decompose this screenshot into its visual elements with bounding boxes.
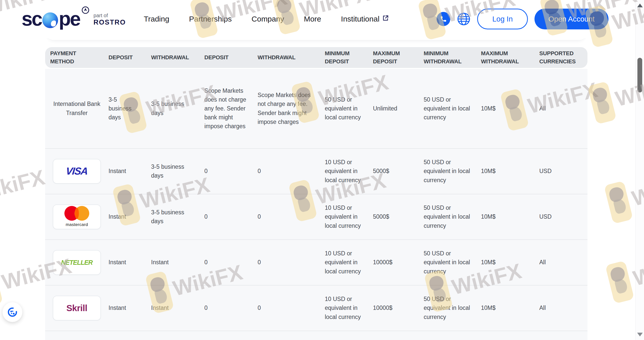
payment-method-label: International Bank Transfer: [48, 100, 106, 117]
table-cell: USD: [539, 208, 587, 226]
nav-item-company[interactable]: Company: [252, 15, 284, 23]
table-cell: Instant: [151, 299, 204, 317]
table-cell: Instant: [109, 299, 151, 317]
table-cell: 0: [204, 162, 258, 180]
table-cell: 10M$: [481, 100, 539, 118]
neteller-wordmark: NETELLER: [61, 258, 93, 267]
column-header: MAXIMUM WITHDRAWAL: [481, 49, 539, 66]
table-cell: 0: [258, 253, 325, 271]
visa-logo: VISA: [53, 159, 101, 184]
table-row: NETELLERInstantInstant0010 USD or equiva…: [45, 240, 587, 286]
table-cell: Instant: [109, 208, 151, 226]
visa-wordmark: VISA: [65, 163, 88, 179]
table-cell: 10M$: [481, 162, 539, 180]
column-header: MAXIMUM DEPOSIT: [373, 49, 424, 66]
nav-links: Trading Partnerships Company More Instit…: [144, 0, 389, 38]
cookie-settings-button[interactable]: [3, 302, 22, 322]
table-cell: 0: [258, 208, 325, 226]
mastercard-logo: mastercard: [53, 204, 101, 229]
mastercard-mark: mastercard: [64, 206, 89, 228]
table-cell: Unlimited: [373, 100, 424, 118]
wikifx-watermark: WikiFX: [0, 158, 49, 219]
table-cell: 10M$: [481, 208, 539, 226]
table-row: SkrillInstantInstant0010 USD or equivale…: [45, 286, 587, 331]
table-cell: 50 USD or equivalent in local currency: [424, 290, 481, 326]
column-header: WITHDRAWAL: [258, 53, 325, 62]
nav-item-institutional-label: Institutional: [341, 15, 380, 23]
wikifx-watermark-text: WikiFX: [0, 165, 47, 206]
table-cell: Scope Markets does not charge any fee. S…: [258, 86, 325, 131]
skrill-wordmark: Skrill: [66, 301, 87, 315]
rostro-lockup: part of ROSTRO: [94, 13, 126, 26]
table-cell: All: [539, 100, 587, 118]
table-cell: 50 USD or equivalent in local currency: [424, 199, 481, 235]
table-cell: 10 USD or equivalent in local currency: [325, 244, 373, 280]
phone-contact-button[interactable]: [437, 12, 450, 26]
login-button[interactable]: Log In: [477, 9, 528, 29]
table-cell: 0: [204, 208, 258, 226]
table-cell: 10M$: [481, 253, 539, 271]
nav-item-trading[interactable]: Trading: [144, 15, 169, 23]
table-cell: 5000$: [373, 208, 424, 226]
skrill-logo: Skrill: [53, 296, 101, 320]
logo-pe: pe: [59, 6, 80, 31]
table-cell: All: [539, 299, 587, 317]
nav-item-institutional[interactable]: Institutional: [341, 15, 389, 23]
nav-right-cluster: Log In Open Account: [437, 0, 609, 38]
nav-item-partnerships[interactable]: Partnerships: [189, 15, 232, 23]
scope-logo-o-globe: [42, 12, 58, 28]
table-cell: Instant: [109, 253, 151, 271]
scrollbar-down-arrow-icon[interactable]: [637, 333, 643, 336]
column-header: MINIMUM WITHDRAWAL: [424, 49, 481, 66]
vertical-scrollbar[interactable]: [635, 0, 644, 340]
table-cell: 10M$: [481, 299, 539, 317]
column-header: PAYMENT METHOD: [45, 49, 109, 66]
scrollbar-up-arrow-icon[interactable]: [637, 4, 643, 7]
table-cell: 50 USD or equivalent in local currency: [424, 244, 481, 280]
table-cell: 10 USD or equivalent in local currency: [325, 153, 373, 189]
column-header: MINIMUM DEPOSIT: [325, 49, 373, 66]
table-row: mastercardInstant3-5 business days0010 U…: [45, 194, 587, 240]
payment-method-cell: NETELLER: [45, 245, 109, 279]
table-cell: 0: [204, 253, 258, 271]
table-row: International Bank Transfer3-5 business …: [45, 69, 587, 149]
table-cell: 0: [258, 162, 325, 180]
table-cell: 0: [204, 299, 258, 317]
nav-item-more[interactable]: More: [304, 15, 321, 23]
table-cell: 0: [258, 299, 325, 317]
table-body: International Bank Transfer3-5 business …: [45, 69, 587, 340]
table-cell: 3-5 business days: [151, 158, 204, 185]
phone-icon: [440, 15, 447, 23]
payment-method-cell: VISA: [45, 154, 109, 188]
neteller-logo: NETELLER: [53, 250, 101, 275]
scrollbar-thumb[interactable]: [637, 58, 642, 92]
mastercard-wordmark: mastercard: [66, 221, 88, 228]
top-navbar: scpe part of ROSTRO Trading Partnerships…: [0, 0, 644, 38]
table-cell: Instant: [151, 253, 204, 271]
wikifx-eagle-badge-icon: [587, 81, 617, 124]
table-cell: Instant: [109, 162, 151, 180]
wikifx-eagle-badge-icon: [0, 264, 3, 308]
wikifx-eagle-badge-icon: [604, 181, 633, 224]
scope-logo[interactable]: scpe part of ROSTRO: [22, 6, 126, 31]
table-cell: 50 USD or equivalent in local currency: [424, 153, 481, 189]
table-cell: USD: [539, 162, 587, 180]
mastercard-circles-icon: [64, 206, 89, 221]
table-cell: Scope Markets does not charge any fee. S…: [204, 82, 258, 136]
table-header-row: PAYMENT METHOD DEPOSIT WITHDRAWAL DEPOSI…: [45, 47, 587, 68]
table-cell: All: [539, 253, 587, 271]
language-globe-button[interactable]: [457, 12, 471, 26]
payment-method-cell: Skrill: [45, 291, 109, 325]
table-row: 10 USD or equivalent in local currency: [45, 331, 587, 340]
partner-prefix: part of: [94, 13, 126, 18]
column-header: DEPOSIT: [204, 53, 258, 62]
table-cell: 3-5 business days: [151, 95, 204, 122]
payment-method-cell: mastercard: [45, 200, 109, 234]
column-header: DEPOSIT: [109, 53, 151, 62]
open-account-button[interactable]: Open Account: [534, 9, 609, 29]
globe-icon: [457, 12, 471, 26]
table-cell: 3-5 business days: [109, 91, 151, 127]
table-cell: 10000$: [373, 299, 424, 317]
table-cell: 50 USD or equivalent in local currency: [424, 91, 481, 127]
scope-logo-wordmark: scpe: [22, 6, 80, 31]
